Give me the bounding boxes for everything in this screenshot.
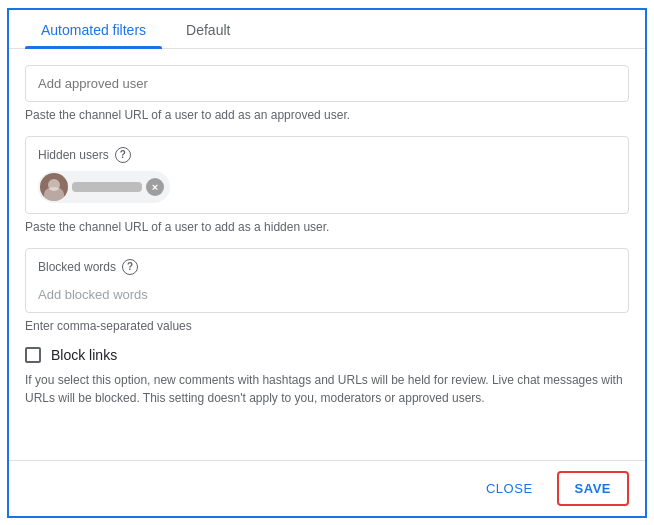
block-links-description: If you select this option, new comments …	[25, 371, 629, 407]
save-button[interactable]: SAVE	[557, 471, 629, 506]
tab-automated-filters[interactable]: Automated filters	[25, 10, 162, 48]
hidden-users-help-icon[interactable]: ?	[115, 147, 131, 163]
approved-user-hint: Paste the channel URL of a user to add a…	[25, 108, 629, 122]
chip-name	[72, 182, 142, 192]
blocked-words-label: Blocked words ?	[38, 259, 616, 275]
tab-default[interactable]: Default	[170, 10, 246, 48]
close-button[interactable]: CLOSE	[470, 473, 549, 504]
hidden-user-hint: Paste the channel URL of a user to add a…	[25, 220, 629, 234]
blocked-words-input[interactable]	[38, 287, 616, 302]
content-area: Paste the channel URL of a user to add a…	[9, 49, 645, 460]
hidden-users-row: ×	[38, 171, 616, 203]
block-links-label: Block links	[51, 347, 117, 363]
hidden-users-label: Hidden users ?	[38, 147, 616, 163]
tabs-bar: Automated filters Default	[9, 10, 645, 49]
approved-user-input[interactable]	[25, 65, 629, 102]
chip-close-button[interactable]: ×	[146, 178, 164, 196]
blocked-words-help-icon[interactable]: ?	[122, 259, 138, 275]
block-links-row: Block links	[25, 347, 629, 363]
dialog: Automated filters Default Paste the chan…	[7, 8, 647, 518]
footer: CLOSE SAVE	[9, 460, 645, 516]
avatar	[40, 173, 68, 201]
blocked-words-label-text: Blocked words	[38, 260, 116, 274]
blocked-words-section: Blocked words ?	[25, 248, 629, 313]
user-chip: ×	[38, 171, 170, 203]
hidden-users-section: Hidden users ? ×	[25, 136, 629, 214]
block-links-checkbox[interactable]	[25, 347, 41, 363]
hidden-users-label-text: Hidden users	[38, 148, 109, 162]
blocked-words-hint: Enter comma-separated values	[25, 319, 629, 333]
